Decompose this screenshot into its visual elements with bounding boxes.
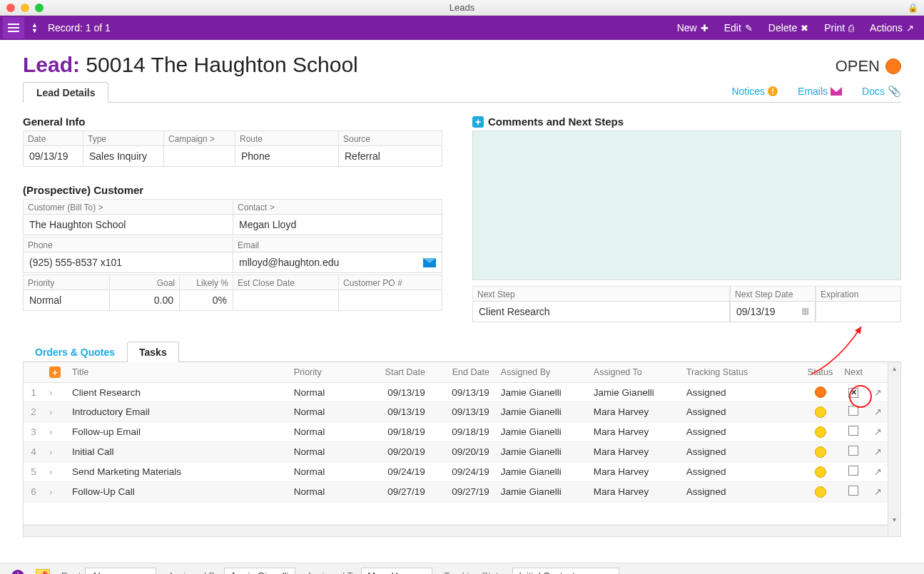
customer-po-field[interactable] bbox=[339, 289, 442, 311]
next-checkbox[interactable] bbox=[848, 466, 858, 476]
route-field[interactable]: Phone bbox=[235, 145, 339, 167]
task-priority: Normal bbox=[288, 462, 367, 482]
info-button[interactable]: i bbox=[11, 570, 24, 574]
task-priority: Normal bbox=[288, 482, 367, 502]
send-email-icon[interactable] bbox=[423, 258, 436, 267]
contact-field[interactable]: Megan Lloyd bbox=[233, 214, 442, 235]
type-field[interactable]: Sales Inquiry bbox=[83, 145, 164, 167]
dept-field[interactable]: AI bbox=[85, 568, 156, 574]
status-dot-icon bbox=[815, 426, 826, 438]
docs-link[interactable]: Docs📎 bbox=[862, 85, 901, 98]
next-checkbox[interactable] bbox=[848, 388, 858, 398]
next-checkbox[interactable] bbox=[848, 446, 858, 456]
table-row[interactable]: 4›Initial CallNormal09/20/1909/20/19Jami… bbox=[24, 442, 888, 462]
task-tracking-status: Assigned bbox=[681, 442, 802, 462]
open-task-icon[interactable]: ↗ bbox=[874, 446, 882, 457]
task-start-date: 09/13/19 bbox=[367, 383, 431, 402]
task-tracking-status: Assigned bbox=[681, 462, 802, 482]
calendar-icon[interactable]: ▦ bbox=[801, 306, 809, 316]
open-task-icon[interactable]: ↗ bbox=[874, 387, 882, 398]
tab-tasks[interactable]: Tasks bbox=[127, 342, 179, 362]
task-end-date: 09/20/19 bbox=[431, 442, 495, 462]
campaign-field[interactable] bbox=[164, 145, 235, 167]
expand-row-icon[interactable]: › bbox=[44, 482, 66, 502]
open-task-icon[interactable]: ↗ bbox=[874, 486, 882, 497]
row-number: 3 bbox=[24, 422, 44, 442]
open-task-icon[interactable]: ↗ bbox=[874, 426, 882, 437]
expand-row-icon[interactable]: › bbox=[44, 442, 66, 462]
status-dot-icon bbox=[815, 446, 826, 458]
task-assigned-by: Jamie Gianelli bbox=[495, 422, 588, 442]
add-task-button[interactable]: + bbox=[49, 367, 61, 378]
expand-row-icon[interactable]: › bbox=[44, 402, 66, 422]
print-button[interactable]: Print⎙ bbox=[824, 22, 854, 34]
status-badge: OPEN bbox=[836, 53, 901, 76]
task-priority: Normal bbox=[288, 442, 367, 462]
new-button[interactable]: New✚ bbox=[677, 22, 709, 34]
expiration-field[interactable] bbox=[816, 301, 901, 322]
task-title: Initial Call bbox=[66, 442, 288, 462]
expand-row-icon[interactable]: › bbox=[44, 383, 66, 402]
status-dot-icon bbox=[885, 58, 901, 74]
add-comment-button[interactable]: + bbox=[472, 116, 484, 128]
task-assigned-to: Mara Harvey bbox=[588, 402, 681, 422]
tasks-table: + Title Priority Start Date End Date Ass… bbox=[24, 362, 888, 502]
next-step-field[interactable]: Client Research bbox=[472, 301, 730, 322]
footer-assigned-to-field[interactable]: Mara Harvey bbox=[361, 568, 432, 574]
likely-field[interactable]: 0% bbox=[180, 289, 233, 311]
table-row[interactable]: 3›Follow-up EmailNormal09/18/1909/18/19J… bbox=[24, 422, 888, 442]
popout-icon: ↗ bbox=[906, 23, 914, 34]
delete-button[interactable]: Delete✖ bbox=[768, 22, 808, 34]
pencil-icon: ✎ bbox=[745, 23, 753, 34]
footer-assigned-by-field[interactable]: Jamie Gianelli bbox=[224, 568, 295, 574]
open-task-icon[interactable]: ↗ bbox=[874, 466, 882, 477]
source-field[interactable]: Referral bbox=[339, 145, 442, 167]
task-title: Follow-Up Call bbox=[66, 482, 288, 502]
menu-button[interactable] bbox=[3, 17, 24, 39]
expand-row-icon[interactable]: › bbox=[44, 422, 66, 442]
task-assigned-to: Mara Harvey bbox=[588, 462, 681, 482]
notices-link[interactable]: Notices! bbox=[731, 85, 778, 98]
phone-field[interactable]: (925) 555-8537 x101 bbox=[23, 252, 233, 273]
email-field[interactable]: mlloyd@haughton.edu bbox=[233, 252, 442, 273]
emails-link[interactable]: Emails bbox=[798, 85, 842, 98]
task-start-date: 09/18/19 bbox=[367, 422, 431, 442]
next-checkbox[interactable] bbox=[848, 486, 858, 496]
priority-field[interactable]: Normal bbox=[23, 289, 110, 311]
footer-tracking-field[interactable]: Initial Contact bbox=[512, 568, 619, 574]
task-title: Introductory Email bbox=[66, 402, 288, 422]
tab-lead-details[interactable]: Lead Details bbox=[23, 82, 108, 103]
row-number: 5 bbox=[24, 462, 44, 482]
scroll-up-icon: ▴ bbox=[888, 362, 900, 372]
task-assigned-to: Mara Harvey bbox=[588, 442, 681, 462]
task-title: Follow-up Email bbox=[66, 422, 288, 442]
row-number: 6 bbox=[24, 482, 44, 502]
actions-button[interactable]: Actions↗ bbox=[870, 22, 914, 34]
status-dot-icon bbox=[815, 406, 826, 418]
goal-field[interactable]: 0.00 bbox=[110, 289, 180, 311]
pin-button[interactable]: 📌 bbox=[36, 569, 50, 574]
open-task-icon[interactable]: ↗ bbox=[874, 406, 882, 417]
expand-row-icon[interactable]: › bbox=[44, 462, 66, 482]
record-nav-arrows[interactable]: ▲▼ bbox=[27, 22, 42, 34]
date-field[interactable]: 09/13/19 bbox=[23, 145, 83, 167]
tab-orders-quotes[interactable]: Orders & Quotes bbox=[23, 342, 127, 362]
table-row[interactable]: 2›Introductory EmailNormal09/13/1909/13/… bbox=[24, 402, 888, 422]
table-row[interactable]: 1›Client ResearchNormal09/13/1909/13/19J… bbox=[24, 383, 888, 402]
est-close-date-field[interactable] bbox=[233, 289, 339, 311]
printer-icon: ⎙ bbox=[848, 23, 854, 34]
x-icon: ✖ bbox=[801, 23, 808, 34]
edit-button[interactable]: Edit✎ bbox=[724, 22, 753, 34]
next-checkbox[interactable] bbox=[848, 426, 858, 436]
next-step-date-field[interactable]: 09/13/19▦ bbox=[730, 301, 816, 322]
customer-billto-field[interactable]: The Haughton School bbox=[23, 214, 233, 235]
task-assigned-to: Mara Harvey bbox=[588, 482, 681, 502]
main-toolbar: ▲▼ Record: 1 of 1 New✚ Edit✎ Delete✖ Pri… bbox=[0, 16, 924, 40]
plus-icon: ✚ bbox=[701, 23, 709, 34]
comments-textarea[interactable] bbox=[472, 130, 901, 280]
table-scrollbar[interactable]: ▴ ▾ bbox=[888, 362, 900, 536]
next-checkbox[interactable] bbox=[848, 406, 858, 416]
table-row[interactable]: 5›Send Marketing MaterialsNormal09/24/19… bbox=[24, 462, 888, 482]
table-row[interactable]: 6›Follow-Up CallNormal09/27/1909/27/19Ja… bbox=[24, 482, 888, 502]
record-counter: Record: 1 of 1 bbox=[45, 22, 111, 34]
